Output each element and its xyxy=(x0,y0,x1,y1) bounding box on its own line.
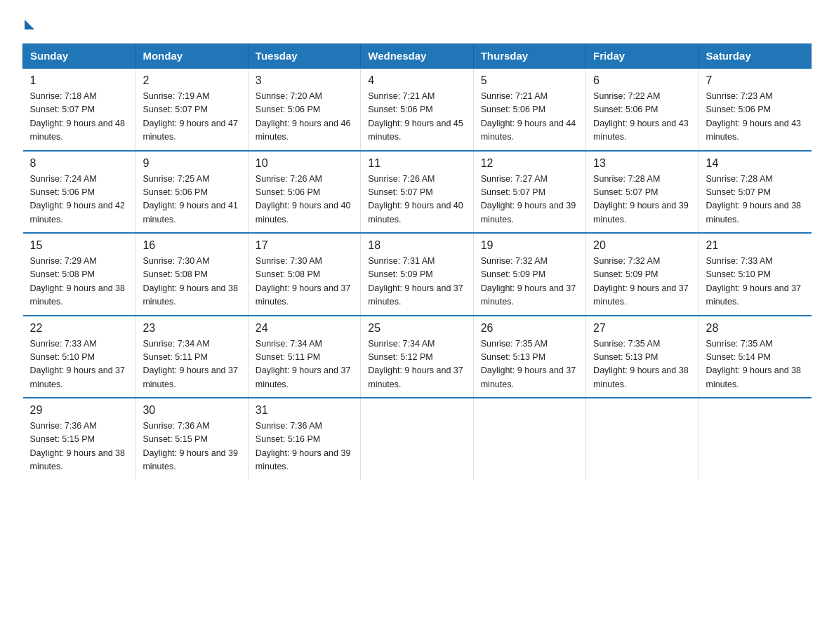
day-number: 7 xyxy=(706,74,805,87)
calendar-cell: 24Sunrise: 7:34 AMSunset: 5:11 PMDayligh… xyxy=(248,316,360,398)
day-info: Sunrise: 7:28 AMSunset: 5:07 PMDaylight:… xyxy=(593,173,691,227)
day-info: Sunrise: 7:27 AMSunset: 5:07 PMDaylight:… xyxy=(481,173,578,227)
day-info: Sunrise: 7:32 AMSunset: 5:09 PMDaylight:… xyxy=(593,255,691,309)
day-info: Sunrise: 7:34 AMSunset: 5:11 PMDaylight:… xyxy=(256,337,353,392)
calendar-cell xyxy=(699,398,811,480)
weekday-header: Sunday xyxy=(23,44,135,69)
calendar-cell: 28Sunrise: 7:35 AMSunset: 5:14 PMDayligh… xyxy=(699,316,811,398)
calendar-cell: 6Sunrise: 7:22 AMSunset: 5:06 PMDaylight… xyxy=(586,68,699,151)
day-info: Sunrise: 7:26 AMSunset: 5:06 PMDaylight:… xyxy=(256,173,353,227)
day-info: Sunrise: 7:33 AMSunset: 5:10 PMDaylight:… xyxy=(30,337,128,392)
calendar-week-row: 1Sunrise: 7:18 AMSunset: 5:07 PMDaylight… xyxy=(23,68,812,151)
day-number: 5 xyxy=(481,74,578,87)
day-number: 31 xyxy=(256,404,353,417)
day-info: Sunrise: 7:19 AMSunset: 5:07 PMDaylight:… xyxy=(143,90,240,145)
day-number: 27 xyxy=(593,322,691,335)
weekday-header: Tuesday xyxy=(248,44,360,69)
calendar-cell: 10Sunrise: 7:26 AMSunset: 5:06 PMDayligh… xyxy=(248,151,360,234)
day-info: Sunrise: 7:29 AMSunset: 5:08 PMDaylight:… xyxy=(30,255,128,309)
calendar-cell: 17Sunrise: 7:30 AMSunset: 5:08 PMDayligh… xyxy=(248,233,360,316)
weekday-header-row: SundayMondayTuesdayWednesdayThursdayFrid… xyxy=(23,44,812,69)
day-number: 14 xyxy=(706,157,805,170)
day-info: Sunrise: 7:36 AMSunset: 5:15 PMDaylight:… xyxy=(30,420,128,474)
day-number: 13 xyxy=(593,157,691,170)
day-number: 12 xyxy=(481,157,578,170)
weekday-header: Friday xyxy=(586,44,699,69)
day-number: 29 xyxy=(30,404,128,417)
calendar-week-row: 8Sunrise: 7:24 AMSunset: 5:06 PMDaylight… xyxy=(23,151,812,234)
weekday-header: Saturday xyxy=(699,44,811,69)
day-info: Sunrise: 7:30 AMSunset: 5:08 PMDaylight:… xyxy=(143,255,240,309)
day-number: 9 xyxy=(143,157,240,170)
day-info: Sunrise: 7:18 AMSunset: 5:07 PMDaylight:… xyxy=(30,90,128,145)
day-number: 6 xyxy=(593,74,691,87)
day-number: 23 xyxy=(143,322,240,335)
day-number: 26 xyxy=(481,322,578,335)
calendar-cell: 1Sunrise: 7:18 AMSunset: 5:07 PMDaylight… xyxy=(23,68,135,151)
day-number: 15 xyxy=(30,239,128,252)
weekday-header: Monday xyxy=(135,44,248,69)
calendar-cell: 31Sunrise: 7:36 AMSunset: 5:16 PMDayligh… xyxy=(248,398,360,480)
calendar-cell: 13Sunrise: 7:28 AMSunset: 5:07 PMDayligh… xyxy=(586,151,699,234)
day-info: Sunrise: 7:35 AMSunset: 5:13 PMDaylight:… xyxy=(481,337,578,392)
day-number: 11 xyxy=(368,157,465,170)
day-info: Sunrise: 7:34 AMSunset: 5:11 PMDaylight:… xyxy=(143,337,240,392)
calendar-week-row: 29Sunrise: 7:36 AMSunset: 5:15 PMDayligh… xyxy=(23,398,812,480)
calendar-cell: 21Sunrise: 7:33 AMSunset: 5:10 PMDayligh… xyxy=(699,233,811,316)
day-info: Sunrise: 7:21 AMSunset: 5:06 PMDaylight:… xyxy=(481,90,578,145)
day-number: 3 xyxy=(256,74,353,87)
day-info: Sunrise: 7:20 AMSunset: 5:06 PMDaylight:… xyxy=(256,90,353,145)
calendar-cell: 5Sunrise: 7:21 AMSunset: 5:06 PMDaylight… xyxy=(473,68,585,151)
day-info: Sunrise: 7:32 AMSunset: 5:09 PMDaylight:… xyxy=(481,255,578,309)
calendar-cell: 23Sunrise: 7:34 AMSunset: 5:11 PMDayligh… xyxy=(135,316,248,398)
calendar-cell: 16Sunrise: 7:30 AMSunset: 5:08 PMDayligh… xyxy=(135,233,248,316)
weekday-header: Wednesday xyxy=(361,44,473,69)
logo xyxy=(22,17,34,29)
calendar-week-row: 15Sunrise: 7:29 AMSunset: 5:08 PMDayligh… xyxy=(23,233,812,316)
day-number: 8 xyxy=(30,157,128,170)
calendar-cell: 4Sunrise: 7:21 AMSunset: 5:06 PMDaylight… xyxy=(361,68,473,151)
day-info: Sunrise: 7:35 AMSunset: 5:13 PMDaylight:… xyxy=(593,337,691,392)
calendar-cell: 19Sunrise: 7:32 AMSunset: 5:09 PMDayligh… xyxy=(473,233,585,316)
day-info: Sunrise: 7:36 AMSunset: 5:16 PMDaylight:… xyxy=(256,420,353,474)
calendar-cell: 18Sunrise: 7:31 AMSunset: 5:09 PMDayligh… xyxy=(361,233,473,316)
calendar-cell: 2Sunrise: 7:19 AMSunset: 5:07 PMDaylight… xyxy=(135,68,248,151)
day-number: 21 xyxy=(706,239,805,252)
day-number: 22 xyxy=(30,322,128,335)
calendar-cell: 27Sunrise: 7:35 AMSunset: 5:13 PMDayligh… xyxy=(586,316,699,398)
day-info: Sunrise: 7:34 AMSunset: 5:12 PMDaylight:… xyxy=(368,337,465,392)
day-number: 28 xyxy=(706,322,805,335)
day-number: 10 xyxy=(256,157,353,170)
day-number: 30 xyxy=(143,404,240,417)
day-info: Sunrise: 7:21 AMSunset: 5:06 PMDaylight:… xyxy=(368,90,465,145)
day-info: Sunrise: 7:22 AMSunset: 5:06 PMDaylight:… xyxy=(593,90,691,145)
day-number: 25 xyxy=(368,322,465,335)
day-number: 4 xyxy=(368,74,465,87)
day-info: Sunrise: 7:30 AMSunset: 5:08 PMDaylight:… xyxy=(256,255,353,309)
calendar-cell xyxy=(473,398,585,480)
day-number: 18 xyxy=(368,239,465,252)
calendar-cell: 22Sunrise: 7:33 AMSunset: 5:10 PMDayligh… xyxy=(23,316,135,398)
day-number: 17 xyxy=(256,239,353,252)
calendar-cell: 11Sunrise: 7:26 AMSunset: 5:07 PMDayligh… xyxy=(361,151,473,234)
day-info: Sunrise: 7:35 AMSunset: 5:14 PMDaylight:… xyxy=(706,337,805,392)
page-header xyxy=(22,17,812,29)
calendar-cell: 30Sunrise: 7:36 AMSunset: 5:15 PMDayligh… xyxy=(135,398,248,480)
weekday-header: Thursday xyxy=(473,44,585,69)
day-number: 1 xyxy=(30,74,128,87)
calendar-cell: 12Sunrise: 7:27 AMSunset: 5:07 PMDayligh… xyxy=(473,151,585,234)
day-info: Sunrise: 7:33 AMSunset: 5:10 PMDaylight:… xyxy=(706,255,805,309)
calendar-cell: 3Sunrise: 7:20 AMSunset: 5:06 PMDaylight… xyxy=(248,68,360,151)
calendar-cell: 26Sunrise: 7:35 AMSunset: 5:13 PMDayligh… xyxy=(473,316,585,398)
day-number: 20 xyxy=(593,239,691,252)
day-info: Sunrise: 7:31 AMSunset: 5:09 PMDaylight:… xyxy=(368,255,465,309)
day-info: Sunrise: 7:36 AMSunset: 5:15 PMDaylight:… xyxy=(143,420,240,474)
calendar-cell: 7Sunrise: 7:23 AMSunset: 5:06 PMDaylight… xyxy=(699,68,811,151)
calendar-week-row: 22Sunrise: 7:33 AMSunset: 5:10 PMDayligh… xyxy=(23,316,812,398)
day-info: Sunrise: 7:23 AMSunset: 5:06 PMDaylight:… xyxy=(706,90,805,145)
calendar-cell: 15Sunrise: 7:29 AMSunset: 5:08 PMDayligh… xyxy=(23,233,135,316)
calendar-cell xyxy=(586,398,699,480)
calendar-cell: 8Sunrise: 7:24 AMSunset: 5:06 PMDaylight… xyxy=(23,151,135,234)
day-number: 24 xyxy=(256,322,353,335)
calendar-cell: 29Sunrise: 7:36 AMSunset: 5:15 PMDayligh… xyxy=(23,398,135,480)
